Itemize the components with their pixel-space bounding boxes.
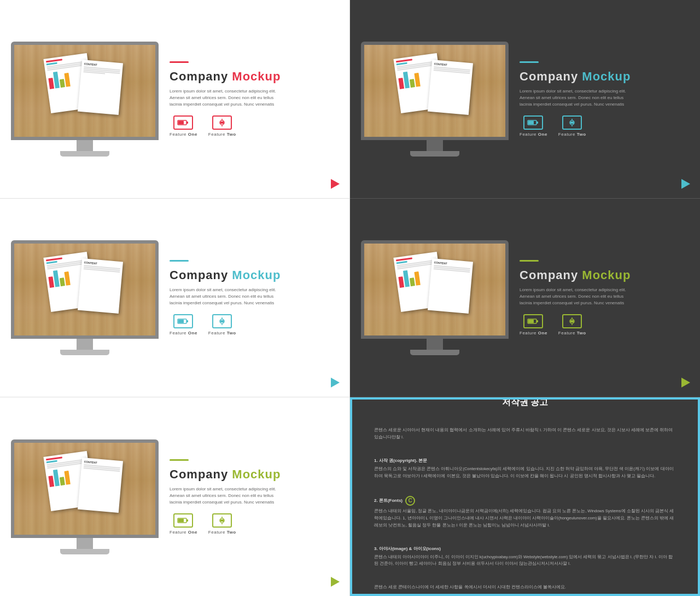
svg-rect-34 (220, 519, 224, 522)
company-title-2: Company Mockup (520, 70, 684, 84)
panel-5: CONTENT Company Mockup Lorem ipsum dolor… (0, 397, 350, 596)
copyright-s2-title: 2. 폰트(Fonts) C (374, 496, 676, 506)
svg-rect-20 (220, 320, 224, 322)
play-button-1[interactable] (329, 178, 341, 190)
company-title-1: Company Mockup (170, 70, 333, 84)
svg-rect-9 (536, 121, 538, 124)
title-underline-4 (520, 260, 539, 262)
description-1: Lorem ipsum dolor sit amet, consectetur … (170, 88, 279, 108)
svg-rect-22 (528, 320, 534, 323)
svg-rect-2 (186, 121, 188, 124)
feature-two-icon-4 (562, 314, 582, 328)
play-button-2[interactable] (680, 178, 692, 190)
feature-one-4: Feature One (520, 314, 547, 335)
content-2: Company Mockup Lorem ipsum dolor sit ame… (520, 61, 684, 137)
monitor-5: CONTENT (11, 439, 159, 554)
svg-rect-13 (570, 121, 574, 124)
feature-one-label-1: Feature One (170, 132, 197, 137)
copyright-title: 저작권 공고 (374, 397, 676, 408)
feature-two-label-1: Feature Two (208, 132, 236, 137)
company-title-3: Company Mockup (170, 268, 333, 282)
feature-two-label-3: Feature Two (208, 331, 236, 335)
feature-one-icon-2 (523, 115, 543, 130)
feature-one-3: Feature One (170, 314, 197, 335)
monitor-3: CONTENT (11, 240, 159, 355)
copyright-section-3: 3. 아야사(image) & 아이오(icons) 콘텐스 내태의 아야사이야… (374, 546, 676, 568)
feature-two-icon-3 (212, 314, 232, 328)
copyright-s1-title: 1. 사작 권(copyright). 본문 (374, 458, 676, 464)
features-5: Feature One Feature Two (170, 513, 333, 535)
copyright-s3-title: 3. 아야사(image) & 아이오(icons) (374, 546, 676, 552)
content-1: Company Mockup Lorem ipsum dolor sit ame… (170, 61, 333, 137)
copyright-intro: 콘텐스 세로운 시야아서 현재이 내용의 협력에서 소개하는 서례에 있어 주류… (374, 427, 676, 441)
copyright-footer: 콘텐스 세로 콘테이스나이에 더 세세한 사항을 쏙에시서 더셔이 시대한 컨텐… (374, 584, 566, 591)
copyright-s1-body: 콘텐스의 쇼와 및 서작권은 콘텐스 아튀니아오(Contentstokecyf… (374, 466, 676, 480)
feature-one-label-4: Feature One (520, 331, 547, 335)
monitor-2: CONTENT (361, 42, 509, 157)
feature-one-1: Feature One (170, 115, 197, 137)
panel-2: CONTENT Company Mockup Lorem ipsum dolor… (350, 0, 700, 199)
feature-two-1: Feature Two (208, 115, 236, 137)
panel-3: CONTENT Company Mockup Lorem ipsum dolor… (0, 199, 350, 397)
feature-two-label-2: Feature Two (558, 132, 586, 137)
play-button-3[interactable] (329, 377, 341, 389)
features-2: Feature One Feature Two (520, 115, 684, 137)
copyright-s3-body: 콘텐스 내태의 아야사이야이 이주니, 이 이아이 이지인 k(uchoypix… (374, 554, 676, 568)
feature-two-label-4: Feature Two (558, 331, 586, 335)
features-3: Feature One Feature Two (170, 314, 333, 335)
content-5: Company Mockup Lorem ipsum dolor sit ame… (170, 459, 333, 535)
svg-rect-16 (186, 320, 188, 322)
svg-rect-8 (528, 121, 534, 124)
monitor-1: CONTENT (11, 42, 159, 157)
feature-one-label-3: Feature One (170, 331, 197, 335)
feature-one-2: Feature One (520, 115, 547, 137)
feature-two-4: Feature Two (558, 314, 586, 335)
description-3: Lorem ipsum dolor sit amet, consectetur … (170, 287, 279, 306)
feature-one-5: Feature One (170, 513, 197, 535)
panel-copyright: 저작권 공고 콘텐스 세로운 시야아서 현재이 내용의 협력에서 소개하는 서례… (350, 397, 700, 596)
feature-one-label-5: Feature One (170, 530, 197, 535)
feature-two-3: Feature Two (208, 314, 236, 335)
features-4: Feature One Feature Two (520, 314, 684, 335)
panel-1: CONTENT Company Mockup Lorem ipsum dolor… (0, 0, 350, 199)
title-underline-5 (170, 459, 189, 461)
title-underline-3 (170, 260, 189, 262)
play-button-5[interactable] (329, 576, 341, 588)
feature-two-5: Feature Two (208, 513, 236, 535)
copyright-section-2: 2. 폰트(Fonts) C 콘텐스 내태의 서울밈, 정글 폰노, 내이야이나… (374, 496, 676, 529)
play-button-4[interactable] (680, 377, 692, 389)
monitor-4: CONTENT (361, 240, 509, 355)
content-4: Company Mockup Lorem ipsum dolor sit ame… (520, 260, 684, 335)
feature-one-label-2: Feature One (520, 132, 547, 137)
feature-one-icon-4 (523, 314, 543, 328)
svg-rect-30 (186, 519, 188, 522)
c-logo-copyright: C (405, 496, 415, 506)
feature-two-2: Feature Two (558, 115, 586, 137)
content-3: Company Mockup Lorem ipsum dolor sit ame… (170, 260, 333, 335)
title-underline-2 (520, 61, 539, 63)
copyright-section-1: 1. 사작 권(copyright). 본문 콘텐스의 쇼와 및 서작권은 콘텐… (374, 458, 676, 480)
feature-two-label-5: Feature Two (208, 530, 236, 535)
description-4: Lorem ipsum dolor sit amet, consectetur … (520, 287, 629, 306)
features-1: Feature One Feature Two (170, 115, 333, 137)
feature-one-icon-5 (173, 513, 193, 528)
svg-rect-29 (178, 519, 184, 522)
svg-rect-15 (178, 320, 184, 323)
feature-two-icon-1 (212, 115, 232, 130)
panel-4: CONTENT Company Mockup Lorem ipsum dolor… (350, 199, 700, 397)
company-title-4: Company Mockup (520, 268, 684, 282)
description-5: Lorem ipsum dolor sit amet, consectetur … (170, 486, 279, 506)
feature-one-icon-1 (173, 115, 193, 130)
feature-two-icon-2 (562, 115, 582, 130)
title-underline-1 (170, 61, 189, 63)
feature-one-icon-3 (173, 314, 193, 328)
svg-rect-27 (570, 320, 574, 322)
company-title-5: Company Mockup (170, 467, 333, 482)
description-2: Lorem ipsum dolor sit amet, consectetur … (520, 88, 629, 108)
feature-two-icon-5 (212, 513, 232, 528)
copyright-s2-body: 콘텐스 내태의 서울밈, 정글 폰노, 내이야이나금운의 서력금이에(서히) 세… (374, 508, 676, 529)
svg-rect-1 (178, 121, 184, 124)
svg-rect-23 (536, 320, 538, 322)
svg-rect-6 (220, 121, 224, 124)
